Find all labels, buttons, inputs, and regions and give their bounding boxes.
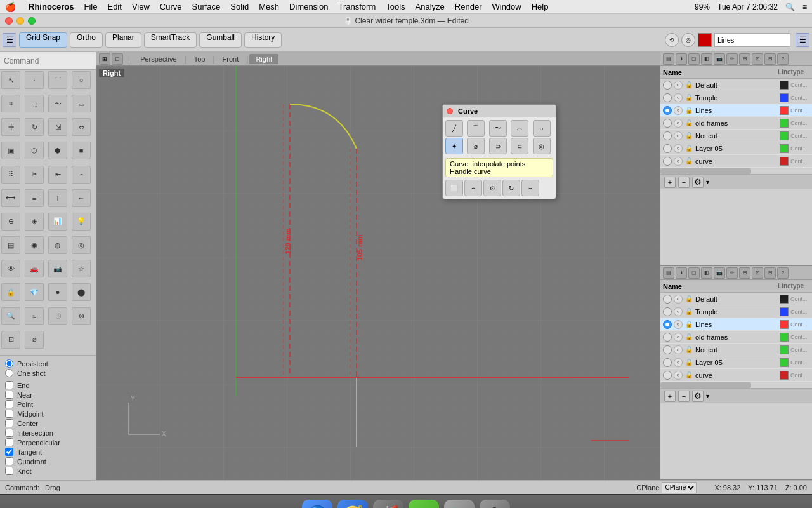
material-icon[interactable]: ◧ <box>701 53 712 65</box>
layer-row[interactable]: ○🔓LinesCont... <box>660 104 812 117</box>
layers-scrollbar-bottom[interactable] <box>660 382 812 388</box>
add-layer-button[interactable]: + <box>664 177 676 188</box>
lock-tool[interactable]: 🔒 <box>1 283 20 301</box>
menu-view[interactable]: View <box>132 2 150 11</box>
intersection-snap[interactable] <box>5 429 13 437</box>
menu-help[interactable]: Help <box>532 2 549 11</box>
extras-tool[interactable]: ☆ <box>72 260 91 277</box>
layer-row[interactable]: ○🔓Layer 05Cont... <box>660 142 812 155</box>
layer-color-swatch[interactable] <box>780 119 789 128</box>
perpendicular-snap[interactable] <box>5 438 13 446</box>
tab-top[interactable]: Top <box>188 54 212 64</box>
menu-tools[interactable]: Tools <box>386 2 405 11</box>
menu-analyze[interactable]: Analyze <box>416 2 445 11</box>
curve-blend-tool[interactable]: ↻ <box>502 180 520 196</box>
mirror-tool[interactable]: ⇔ <box>72 118 91 136</box>
camera-tool[interactable]: 📷 <box>48 260 67 277</box>
point-tool[interactable]: · <box>25 71 44 89</box>
dock-app1[interactable]: ✕ <box>409 500 439 509</box>
arc-tool[interactable]: ⌓ <box>72 95 91 112</box>
extrude-tool[interactable]: ▣ <box>1 142 20 159</box>
layer-row[interactable]: ○🔓Not cutCont... <box>660 344 812 356</box>
sphere-tool[interactable]: ● <box>48 283 67 301</box>
layer-color-swatch[interactable] <box>780 307 789 316</box>
dock-app2[interactable]: 🐦 <box>444 500 475 509</box>
array-tool[interactable]: ⠿ <box>1 166 20 184</box>
layer-color-swatch[interactable] <box>780 295 789 304</box>
help-icon[interactable]: ? <box>777 53 789 65</box>
menu-transform[interactable]: Transform <box>338 2 376 11</box>
layer-row[interactable]: ○🔓LinesCont... <box>660 318 812 331</box>
layout6-icon[interactable]: ⊟ <box>764 267 776 279</box>
layer-visible-toggle[interactable]: ○ <box>674 333 683 342</box>
curve-spiral-tool[interactable]: ◎ <box>533 138 551 154</box>
gumball-button[interactable]: Gumball <box>199 32 242 48</box>
render-tool[interactable]: ◉ <box>25 236 44 254</box>
multi-select[interactable]: ⬚ <box>25 95 44 112</box>
camera2-icon[interactable]: 📷 <box>714 267 725 279</box>
linetype-dropdown[interactable]: Lines <box>714 33 790 47</box>
curve-arc-tool[interactable]: ⌓ <box>511 120 528 137</box>
layer-color-swatch[interactable] <box>780 358 789 367</box>
pan-icon[interactable]: ⟲ <box>665 33 679 47</box>
tab-right[interactable]: Right <box>249 54 278 64</box>
help2-icon[interactable]: ? <box>777 267 789 279</box>
layer-lock-icon[interactable]: 🔓 <box>684 157 693 164</box>
menu-surface[interactable]: Surface <box>192 2 221 11</box>
scale-tool[interactable]: ⇲ <box>48 118 67 136</box>
leader-tool[interactable]: ← <box>72 189 91 207</box>
persistent-radio[interactable] <box>5 359 13 368</box>
curve-conic-tool[interactable]: ⊃ <box>489 138 507 154</box>
grid-snap-button[interactable]: Grid Snap <box>19 32 67 48</box>
layer-row[interactable]: ○🔓old framesCont... <box>660 331 812 344</box>
layer-row[interactable]: ○🔓DefaultCont... <box>660 79 812 91</box>
properties2-icon[interactable]: ℹ <box>676 267 687 279</box>
surface-tool[interactable]: ⬡ <box>25 142 44 159</box>
viewport-single-icon[interactable]: □ <box>112 53 123 65</box>
layer-row[interactable]: ○🔓Not cutCont... <box>660 130 812 142</box>
layer-visible-toggle[interactable]: ○ <box>674 131 683 140</box>
object-props2-icon[interactable]: ▢ <box>688 267 700 279</box>
orient-tool[interactable]: ⊗ <box>72 307 91 325</box>
menu-window[interactable]: Window <box>492 2 521 11</box>
layers-icon[interactable]: ▤ <box>663 53 674 65</box>
layer-row[interactable]: ○🔓TempleCont... <box>660 305 812 318</box>
camera-icon[interactable]: 📷 <box>714 53 725 65</box>
layer-color-swatch[interactable] <box>780 93 789 102</box>
curve-tool[interactable]: ⌒ <box>48 71 67 89</box>
layer-lock-icon[interactable]: 🔓 <box>684 333 693 340</box>
curve-polyline-tool[interactable]: ⌒ <box>467 120 485 137</box>
layer-color-swatch[interactable] <box>780 81 789 90</box>
extend-tool[interactable]: ⇤ <box>48 166 67 184</box>
one-shot-radio[interactable] <box>5 369 13 377</box>
layer-tool[interactable]: ▤ <box>1 236 20 254</box>
cylinder-tool[interactable]: ⬤ <box>72 283 91 301</box>
remove-layer-button2[interactable]: − <box>678 391 690 402</box>
layer-color-swatch[interactable] <box>780 333 789 342</box>
command-input[interactable] <box>0 52 96 70</box>
curve-circle-tool[interactable]: ○ <box>533 120 551 137</box>
layout2-icon[interactable]: ⊡ <box>752 53 763 65</box>
dock-trash[interactable]: 🗑 <box>480 500 510 509</box>
zoom-tool[interactable]: 🔍 <box>1 307 20 325</box>
layer-visible-toggle[interactable]: ○ <box>674 307 683 316</box>
zoom-icon[interactable]: ◎ <box>681 33 695 47</box>
layer-color-swatch[interactable] <box>780 106 789 115</box>
mesh-tool[interactable]: ⬢ <box>48 142 67 159</box>
edit-icon[interactable]: ✏ <box>726 53 738 65</box>
viewport-grid-icon[interactable]: ⊞ <box>99 53 110 65</box>
layer-visible-toggle[interactable]: ○ <box>674 119 683 128</box>
flow-tool[interactable]: ≈ <box>25 307 44 325</box>
menu-rhinoceros[interactable]: Rhinoceros <box>29 2 74 11</box>
layer-row[interactable]: ○🔓curveCont... <box>660 155 812 168</box>
trim-tool[interactable]: ✂ <box>25 166 44 184</box>
layer-row[interactable]: ○🔓TempleCont... <box>660 91 812 104</box>
curve-line-tool[interactable]: ╱ <box>445 120 463 137</box>
history-button[interactable]: History <box>244 32 282 48</box>
sidebar-toggle-button[interactable]: ☰ <box>3 33 16 47</box>
layer-visible-toggle[interactable]: ○ <box>674 81 683 90</box>
layer-color-swatch[interactable] <box>780 157 789 166</box>
solid-tool[interactable]: ■ <box>72 142 91 159</box>
layout5-icon[interactable]: ⊡ <box>752 267 763 279</box>
viewport-canvas[interactable]: Right <box>96 66 660 480</box>
